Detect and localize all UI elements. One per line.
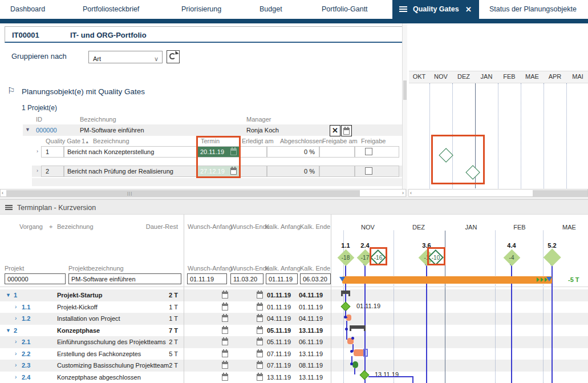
expand-arrow-icon[interactable]: › xyxy=(15,313,17,325)
freigabe-checkbox[interactable] xyxy=(365,148,372,155)
flag-icon: ⚐ xyxy=(7,86,15,96)
calendar-picker-icon[interactable] xyxy=(222,327,228,334)
calendar-picker-icon[interactable] xyxy=(222,350,228,357)
calendar-picker-icon[interactable] xyxy=(222,374,228,381)
calendar-picker-icon[interactable] xyxy=(257,362,263,369)
col-header-projekt: Projekt xyxy=(5,265,24,272)
expand-arrow-icon[interactable]: › xyxy=(15,360,17,372)
calendar-picker-icon[interactable] xyxy=(257,327,263,334)
wunsch-bracket xyxy=(363,349,368,357)
task-duration: 1 T xyxy=(114,301,178,313)
wunsch-anfang-input[interactable]: 01.11.19 xyxy=(187,273,227,284)
refresh-button[interactable] xyxy=(167,50,180,63)
nav-item-status-der-planungsobjekte[interactable]: Status der Planungsobjekte xyxy=(489,0,577,19)
kalk-anfang-input[interactable]: 01.11.19 xyxy=(266,273,298,284)
nav-item-budget[interactable]: Budget xyxy=(259,0,282,19)
expand-arrow-icon[interactable]: › xyxy=(15,301,17,313)
group-by-select[interactable]: Art ∨ xyxy=(88,51,163,63)
calendar-button[interactable] xyxy=(341,125,352,136)
gate-progress-value: 0 % xyxy=(267,168,315,175)
project-name-input[interactable]: PM-Software einführen xyxy=(68,273,181,284)
dependency-line xyxy=(412,376,413,383)
annotation-box-gate1 xyxy=(370,247,387,265)
add-task-button[interactable]: + xyxy=(49,223,52,230)
wunsch-ende-input[interactable]: 11.03.20 xyxy=(230,273,263,284)
close-tab-icon[interactable]: ✕ xyxy=(465,0,472,19)
calendar-picker-icon[interactable] xyxy=(257,315,263,322)
task-kalk-anfang: 07.11.19 xyxy=(267,360,291,372)
task-duration: 1 T xyxy=(114,313,178,325)
terminplan-title: Terminplan - Kurzversion xyxy=(17,204,96,212)
gate-col-freigabe: Freigabe xyxy=(361,138,386,144)
calendar-picker-icon[interactable] xyxy=(222,292,228,299)
horizontal-scrollbar-right[interactable]: ‹ xyxy=(408,189,588,197)
task-milestone-diamond[interactable] xyxy=(360,370,370,380)
task-row[interactable]: ›2.4Konzeptphase abgeschlossen13.11.1913… xyxy=(0,372,331,383)
expand-arrow-icon[interactable]: › xyxy=(15,372,17,383)
calendar-picker-icon[interactable] xyxy=(257,338,263,345)
month-gridline xyxy=(566,83,567,188)
vertical-scrollbar-thumb[interactable] xyxy=(403,80,407,100)
nav-item-portfolio-gantt[interactable]: Portfolio-Gantt xyxy=(322,0,368,19)
task-bar-critical[interactable] xyxy=(352,361,358,368)
task-number: 1 xyxy=(14,289,17,301)
nav-item-portfoliosteckbrief[interactable]: Portfoliosteckbrief xyxy=(83,0,139,19)
expand-arrow-icon[interactable]: › xyxy=(15,348,17,360)
month-gridline xyxy=(544,83,544,188)
milestone-diamond[interactable]: -4 xyxy=(503,249,520,266)
project-id-input[interactable]: 000000 xyxy=(5,273,66,284)
gate-progress-value: 0 % xyxy=(267,148,315,155)
calendar-picker-icon[interactable] xyxy=(257,304,263,311)
expand-arrow-icon[interactable]: › xyxy=(37,168,38,174)
summary-bar[interactable] xyxy=(350,325,366,329)
collapse-arrow-icon[interactable]: ▼ xyxy=(25,127,30,132)
scroll-right-arrow-icon[interactable]: › xyxy=(402,190,404,196)
calendar-picker-icon[interactable] xyxy=(222,304,228,311)
task-number: 1.2 xyxy=(22,313,30,325)
collapse-arrow-icon[interactable]: ▼ xyxy=(6,325,11,337)
calendar-picker-icon[interactable] xyxy=(257,292,263,299)
month-gridline xyxy=(498,83,498,188)
calendar-picker-icon[interactable] xyxy=(257,374,263,381)
task-kalk-ende: 04.11.19 xyxy=(299,313,323,325)
delete-button[interactable]: ✕ xyxy=(330,125,340,136)
scroll-left-arrow-icon[interactable]: ‹ xyxy=(2,190,3,196)
calendar-picker-icon[interactable] xyxy=(222,338,228,345)
freigabe-checkbox[interactable] xyxy=(365,167,372,175)
task-row[interactable]: ›1.2Installation von Project1 T04.11.190… xyxy=(0,313,331,325)
task-row[interactable]: ›2.2Erstellung des Fachkonzeptes5 T07.11… xyxy=(0,348,331,360)
calendar-picker-icon[interactable] xyxy=(222,315,228,322)
milestone-stem xyxy=(345,265,346,303)
vertical-scrollbar[interactable] xyxy=(402,23,407,189)
calendar-picker-icon[interactable] xyxy=(222,362,228,369)
gate-sort-indicator[interactable]: 1▲ xyxy=(82,138,89,144)
expand-arrow-icon[interactable]: › xyxy=(37,148,38,154)
task-row[interactable]: ›2.1Einführungsschulung des Projektteams… xyxy=(0,336,331,348)
gate-cell xyxy=(355,166,399,177)
project-id-link[interactable]: 000000 xyxy=(36,127,57,134)
milestone-diamond[interactable] xyxy=(543,248,561,267)
task-row[interactable]: ▼1Projekt-Startup2 T01.11.1904.11.19 xyxy=(0,289,331,301)
milestone-diamond[interactable]: -18 xyxy=(337,249,354,266)
task-row[interactable]: ›2.3Customizing Basisschulung Projekttea… xyxy=(0,360,331,372)
kalk-ende-input[interactable]: 06.03.20 xyxy=(300,273,331,284)
col-header-vorgang: Vorgang xyxy=(19,223,43,230)
hamburger-icon[interactable] xyxy=(399,6,407,7)
input-value: 000000 xyxy=(7,275,29,284)
menu-icon[interactable] xyxy=(5,205,13,206)
task-kalk-ende: 13.11.19 xyxy=(299,348,323,360)
nav-item-priorisierung[interactable]: Priorisierung xyxy=(181,0,221,19)
task-row[interactable]: ▼2Konzeptphase7 T05.11.1913.11.19 xyxy=(0,325,331,337)
nav-item-dashboard[interactable]: Dashboard xyxy=(10,0,45,19)
scrollbar-thumb[interactable]: ||| xyxy=(6,190,360,196)
task-kalk-ende: 13.11.19 xyxy=(299,325,323,337)
expand-arrow-icon[interactable]: › xyxy=(15,336,17,348)
calendar-picker-icon[interactable] xyxy=(257,350,263,357)
collapse-arrow-icon[interactable]: ▼ xyxy=(6,289,11,301)
scroll-left-arrow-icon[interactable]: ‹ xyxy=(410,190,412,196)
task-row[interactable]: ›1.1Projekt-Kickoff1 T01.11.1901.11.19 xyxy=(0,301,331,313)
project-gantt-bar[interactable] xyxy=(342,276,552,284)
horizontal-scrollbar-left[interactable]: ‹ ||| › xyxy=(0,189,406,197)
task-milestone-diamond[interactable] xyxy=(341,302,351,312)
scrollbar-thumb[interactable] xyxy=(533,190,587,196)
